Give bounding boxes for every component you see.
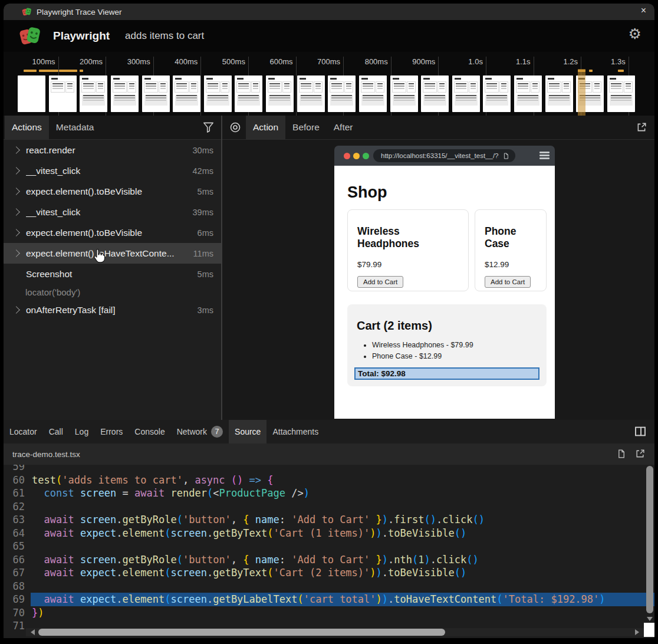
add-to-cart-button[interactable]: Add to Cart (357, 276, 403, 288)
timeline-thumbnail[interactable] (483, 75, 511, 112)
browser-menu-icon[interactable] (539, 152, 550, 160)
target-icon[interactable] (229, 121, 241, 133)
timeline-thumbnail[interactable] (452, 75, 480, 112)
timeline-thumbnail[interactable] (111, 75, 139, 112)
filter-icon[interactable] (203, 121, 214, 133)
action-row-screenshot[interactable]: Screenshot5ms (4, 264, 221, 284)
code-line-69[interactable]: 69 await expect.element(screen.getByLabe… (4, 593, 654, 606)
code-line-63[interactable]: 63 await screen.getByRole('button', { na… (4, 513, 654, 527)
tab-metadata[interactable]: Metadata (49, 116, 101, 139)
timeline-thumbnail[interactable] (142, 75, 170, 112)
line-number: 70 (4, 606, 31, 620)
thumbnail-cards (361, 82, 384, 92)
timeline-thumbnail[interactable] (18, 75, 45, 112)
settings-gear-icon[interactable]: ⚙ (629, 27, 641, 41)
timeline-thumbnail[interactable] (80, 75, 107, 112)
action-row-expect-element-tobevisible[interactable]: expect.element().toBeVisible5ms (4, 181, 221, 202)
thumbnail-card (393, 82, 406, 92)
code-token: first (394, 514, 424, 525)
action-row-react-render[interactable]: react.render30ms (4, 140, 221, 160)
code-token: name (255, 554, 279, 566)
timeline-thumbnail[interactable] (297, 75, 325, 112)
tab-log[interactable]: Log (69, 420, 94, 443)
timeline-thumbnail[interactable] (49, 75, 77, 112)
thumbnail-content-line (363, 83, 373, 84)
tab-after[interactable]: After (327, 116, 360, 139)
code-line-66[interactable]: 66 await screen.getByRole('button', { na… (4, 553, 654, 567)
timeline-thumbnail[interactable] (328, 75, 356, 112)
timeline-thumbnail[interactable] (359, 75, 387, 112)
thumbnail-content-line (160, 83, 166, 84)
source-code-view[interactable]: 5960test('adds items to cart', async () … (4, 465, 654, 638)
open-source-external-icon[interactable] (635, 449, 645, 459)
thumbnail-content-line (301, 86, 311, 87)
timeline-thumbnail[interactable] (235, 75, 262, 112)
timeline-thumbnail[interactable] (173, 75, 200, 112)
copy-source-icon[interactable] (616, 449, 626, 459)
action-row-expect-element-tohavetextconte[interactable]: expect.element().toHaveTextConte...11ms (4, 243, 221, 264)
thumbnail-content-line (564, 88, 569, 89)
timeline[interactable]: 100ms200ms300ms400ms500ms600ms700ms800ms… (4, 52, 654, 116)
tab-source[interactable]: Source (229, 420, 267, 443)
code-line-59[interactable]: 59 (4, 465, 654, 474)
tab-errors[interactable]: Errors (94, 420, 129, 443)
timeline-thumbnail[interactable] (607, 75, 635, 112)
timeline-thumbnail[interactable] (421, 75, 449, 112)
code-token: { (267, 474, 273, 486)
action-row-expect-element-tobevisible[interactable]: expect.element().toBeVisible6ms (4, 222, 221, 243)
code-token: screen (171, 527, 207, 539)
code-token: . (116, 554, 122, 566)
thumbnail-content-line (114, 88, 125, 89)
horizontal-scrollbar-thumb[interactable] (38, 629, 445, 636)
snapshot-tabstrip: ActionBeforeAfter (222, 116, 654, 140)
tab-console[interactable]: Console (129, 420, 170, 443)
thumbnail-cart (206, 95, 229, 106)
add-to-cart-button[interactable]: Add to Cart (485, 276, 531, 288)
tab-action[interactable]: Action (246, 116, 285, 139)
code-token: ( (267, 567, 273, 579)
thumbnail-cart (300, 95, 323, 106)
code-line-60[interactable]: 60test('adds items to cart', async () =>… (4, 474, 654, 487)
tab-locator[interactable]: Locator (4, 420, 43, 443)
timeline-thumbnail[interactable] (390, 75, 418, 112)
code-token: screen (171, 593, 207, 605)
timeline-thumbnail[interactable] (545, 75, 573, 112)
scroll-right-arrow[interactable] (635, 629, 642, 635)
open-snapshot-external-icon[interactable] (636, 122, 647, 133)
thumbnail-content-line (253, 86, 258, 87)
horizontal-scrollbar[interactable] (26, 628, 644, 636)
action-row-vitest-click[interactable]: __vitest_click39ms (4, 202, 221, 222)
timeline-thumbnail[interactable] (204, 75, 232, 112)
thumbnail-content-line (518, 88, 528, 89)
action-row-onafterretrytask-fail[interactable]: onAfterRetryTask [fail]3ms (4, 300, 221, 320)
code-line-65[interactable]: 65 (4, 540, 654, 553)
code-line-62[interactable]: 62 (4, 500, 654, 514)
code-line-64[interactable]: 64 await expect.element(screen.getByText… (4, 527, 654, 540)
window-close-button[interactable]: × (641, 5, 646, 16)
thumbnail-cart (455, 95, 478, 106)
code-line-68[interactable]: 68 (4, 580, 654, 593)
timeline-thumbnail[interactable] (514, 75, 542, 112)
code-line-67[interactable]: 67 await expect.element(screen.getByText… (4, 566, 654, 580)
code-line-70[interactable]: 70}) (4, 606, 654, 620)
timeline-thumbnail[interactable] (266, 75, 294, 112)
tab-network[interactable]: Network7 (171, 420, 229, 443)
code-line-61[interactable]: 61 const screen = await render(<ProductP… (4, 487, 654, 500)
copy-url-icon[interactable] (502, 152, 509, 160)
thumbnail-card (516, 82, 529, 92)
columns-layout-icon[interactable] (634, 426, 646, 436)
thumbnail-card (66, 82, 74, 92)
code-token: expect (80, 567, 116, 579)
vertical-scrollbar[interactable] (645, 465, 654, 626)
code-token: ) (382, 514, 388, 525)
tab-attachments[interactable]: Attachments (267, 420, 324, 443)
traffic-light-minimize (353, 153, 360, 159)
action-label: onAfterRetryTask [fail] (26, 305, 193, 316)
thumbnail-content-line (486, 83, 497, 84)
tab-actions[interactable]: Actions (5, 116, 49, 139)
tab-before[interactable]: Before (285, 116, 327, 139)
action-row-vitest-click[interactable]: __vitest_click42ms (4, 160, 221, 181)
vertical-scrollbar-thumb[interactable] (646, 466, 653, 613)
scroll-left-arrow[interactable] (28, 629, 35, 635)
tab-call[interactable]: Call (43, 420, 69, 443)
